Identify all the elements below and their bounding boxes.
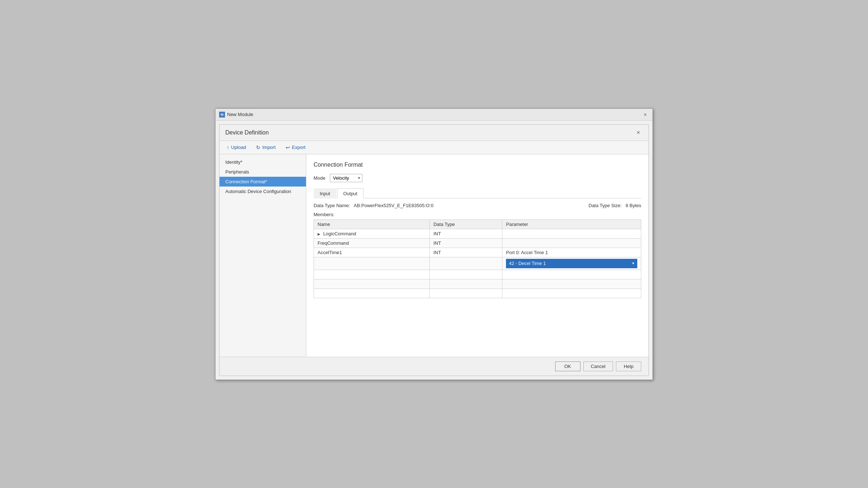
section-title: Connection Format bbox=[314, 162, 641, 168]
sidebar-item-connection-format[interactable]: Connection Format* bbox=[220, 177, 306, 187]
sidebar: Identity* Peripherals Connection Format*… bbox=[220, 154, 306, 357]
row-datatype bbox=[430, 288, 502, 298]
upload-label: Upload bbox=[231, 145, 246, 150]
data-type-info: Data Type Name: AB:PowerFlex525V_E_F1E83… bbox=[314, 203, 641, 208]
inner-close-button[interactable]: × bbox=[634, 128, 643, 137]
row-parameter bbox=[502, 238, 641, 248]
cancel-button[interactable]: Cancel bbox=[583, 361, 613, 371]
col-name: Name bbox=[314, 219, 430, 229]
mode-select[interactable]: Velocity Torque Speed bbox=[330, 174, 362, 182]
sidebar-item-identity[interactable]: Identity* bbox=[220, 157, 306, 167]
dialog-footer: OK Cancel Help bbox=[220, 357, 648, 376]
param-dropdown[interactable]: 42 - Decel Time 1 ▾ bbox=[506, 259, 637, 268]
members-label: Members: bbox=[314, 212, 641, 217]
toolbar: ↑ Upload ↻ Import ↩ Export bbox=[220, 141, 648, 154]
table-row bbox=[314, 279, 641, 288]
tab-input[interactable]: Input bbox=[314, 188, 336, 198]
row-parameter bbox=[502, 229, 641, 238]
ok-button[interactable]: OK bbox=[555, 361, 580, 371]
row-datatype: INT bbox=[430, 248, 502, 257]
table-row: FreqCommand INT bbox=[314, 238, 641, 248]
row-datatype bbox=[430, 270, 502, 279]
row-name bbox=[314, 270, 430, 279]
inner-title-bar: Device Definition × bbox=[220, 125, 648, 141]
content-area: Identity* Peripherals Connection Format*… bbox=[220, 154, 648, 357]
table-row: AccelTime1 INT Port 0: Accel Time 1 bbox=[314, 248, 641, 257]
import-label: Import bbox=[262, 145, 276, 150]
module-icon: M bbox=[219, 112, 225, 117]
data-type-name: Data Type Name: AB:PowerFlex525V_E_F1E83… bbox=[314, 203, 433, 208]
export-button[interactable]: ↩ Export bbox=[284, 144, 307, 151]
row-datatype: INT bbox=[430, 229, 502, 238]
row-datatype: INT bbox=[430, 238, 502, 248]
row-name: AccelTime1 bbox=[314, 248, 430, 257]
row-parameter bbox=[502, 270, 641, 279]
mode-select-wrapper: Velocity Torque Speed bbox=[330, 174, 362, 182]
table-row: 42 - Decel Time 1 ▾ bbox=[314, 257, 641, 270]
row-parameter-dropdown-cell: 42 - Decel Time 1 ▾ bbox=[502, 257, 641, 270]
sidebar-item-auto-device-config[interactable]: Automatic Device Configuration bbox=[220, 187, 306, 196]
table-row bbox=[314, 288, 641, 298]
outer-window-title: New Module bbox=[227, 112, 253, 117]
row-name bbox=[314, 288, 430, 298]
param-dropdown-arrow: ▾ bbox=[632, 261, 634, 266]
export-label: Export bbox=[292, 145, 306, 150]
row-name bbox=[314, 257, 430, 270]
param-dropdown-value: 42 - Decel Time 1 bbox=[509, 261, 546, 266]
row-name: FreqCommand bbox=[314, 238, 430, 248]
data-type-size: Data Type Size: 8 Bytes bbox=[588, 203, 641, 208]
mode-row: Mode Velocity Torque Speed bbox=[314, 174, 641, 182]
inner-dialog: Device Definition × ↑ Upload ↻ Import ↩ … bbox=[219, 124, 649, 376]
inner-dialog-title: Device Definition bbox=[225, 129, 269, 136]
row-name bbox=[314, 279, 430, 288]
export-icon: ↩ bbox=[286, 145, 290, 150]
outer-window: M New Module × Device Definition × ↑ Upl… bbox=[215, 108, 653, 380]
expand-icon[interactable]: ▶ bbox=[318, 232, 320, 236]
import-icon: ↻ bbox=[256, 145, 260, 150]
main-content: Connection Format Mode Velocity Torque S… bbox=[306, 154, 648, 357]
upload-icon: ↑ bbox=[227, 145, 229, 150]
table-row bbox=[314, 270, 641, 279]
help-button[interactable]: Help bbox=[616, 361, 641, 371]
outer-title-bar: M New Module × bbox=[216, 109, 652, 121]
row-parameter bbox=[502, 288, 641, 298]
col-datatype: Data Type bbox=[430, 219, 502, 229]
tab-bar: Input Output bbox=[314, 188, 641, 198]
mode-label: Mode bbox=[314, 175, 326, 181]
row-datatype bbox=[430, 257, 502, 270]
row-name: ▶ LogicCommand bbox=[314, 229, 430, 238]
upload-button[interactable]: ↑ Upload bbox=[225, 144, 247, 151]
sidebar-item-peripherals[interactable]: Peripherals bbox=[220, 167, 306, 177]
import-button[interactable]: ↻ Import bbox=[255, 144, 277, 151]
tab-output[interactable]: Output bbox=[337, 188, 363, 198]
table-row: ▶ LogicCommand INT bbox=[314, 229, 641, 238]
members-table: Name Data Type Parameter ▶ LogicCommand bbox=[314, 219, 641, 298]
col-parameter: Parameter bbox=[502, 219, 641, 229]
row-parameter bbox=[502, 279, 641, 288]
row-datatype bbox=[430, 279, 502, 288]
outer-title-left: M New Module bbox=[219, 112, 253, 117]
row-parameter: Port 0: Accel Time 1 bbox=[502, 248, 641, 257]
outer-close-button[interactable]: × bbox=[642, 111, 649, 118]
